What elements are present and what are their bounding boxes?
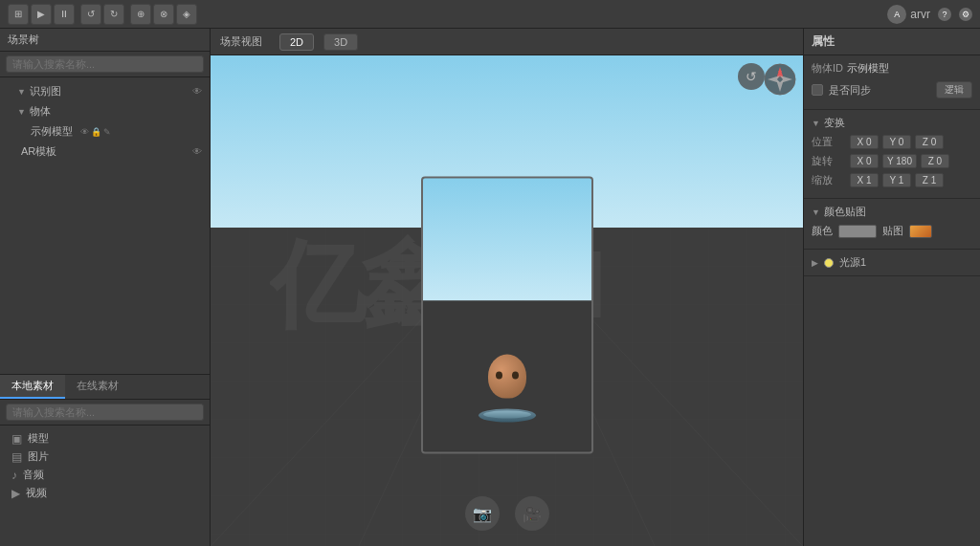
toolbar-left: ⊞ ▶ ⏸ ↺ ↻ ⊕ ⊗ ◈ — [8, 4, 197, 25]
color-swatch-gray[interactable] — [838, 225, 877, 238]
tree-arrow-recognition: ▼ — [17, 87, 26, 97]
char-base — [479, 409, 536, 423]
char-eye-left — [496, 372, 502, 380]
prop-section-id: 物体ID 示例模型 是否同步 逻辑 — [804, 55, 980, 110]
tree-label-sample-model: 示例模型 — [31, 124, 73, 139]
toolbar-btn-pause[interactable]: ⏸ — [54, 4, 75, 25]
assets-search-input[interactable] — [6, 404, 204, 421]
help-icon[interactable]: ? — [938, 8, 951, 21]
tree-edit-icons: 👁 🔒 ✎ — [80, 127, 111, 137]
position-row: 位置 X 0 Y 0 Z 0 — [812, 135, 972, 149]
viewport-title: 场景视图 — [220, 34, 262, 49]
screenshot-button[interactable]: 📷 — [465, 496, 500, 531]
eye-icon-ar[interactable]: 👁 — [192, 146, 202, 157]
position-label: 位置 — [812, 135, 846, 149]
object-id-label: 物体ID — [812, 61, 843, 76]
tree-arrow-object: ▼ — [17, 107, 26, 117]
tree-label-recognition: 识别图 — [30, 84, 61, 98]
char-eye-right — [512, 372, 519, 380]
scale-x-value[interactable]: X 1 — [850, 173, 879, 187]
texture-label: 贴图 — [882, 224, 903, 238]
asset-label-model: 模型 — [28, 431, 49, 446]
eye-icon-recognition[interactable]: 👁 — [192, 86, 202, 97]
character-model — [479, 355, 536, 423]
toolbar-icon-group-2: ↺ ↻ — [80, 4, 124, 25]
toolbar-btn-add[interactable]: ⊕ — [130, 4, 151, 25]
pos-x-value[interactable]: X 0 — [850, 135, 879, 149]
object-id-value: 示例模型 — [847, 61, 889, 76]
toolbar-btn-play[interactable]: ▶ — [31, 4, 52, 25]
tree-label-ar-template: AR模板 — [21, 144, 56, 159]
scale-y-value[interactable]: Y 1 — [882, 173, 911, 187]
camera-reset-button[interactable]: ↺ — [738, 63, 765, 90]
view-2d-button[interactable]: 2D — [279, 33, 314, 51]
scene-search-input[interactable] — [6, 55, 204, 73]
toolbar-btn-remove[interactable]: ⊗ — [153, 4, 174, 25]
tree-label-object: 物体 — [30, 104, 51, 119]
toolbar-btn-grid[interactable]: ⊞ — [8, 4, 29, 25]
model-icon: ▣ — [11, 432, 22, 446]
rotation-label: 旋转 — [812, 154, 846, 168]
username-label: arvr — [910, 8, 930, 21]
toolbar-btn-shape[interactable]: ◈ — [176, 4, 197, 25]
scale-z-value[interactable]: Z 1 — [915, 173, 944, 187]
user-avatar: A — [887, 5, 906, 24]
scale-row: 缩放 X 1 Y 1 Z 1 — [812, 173, 972, 187]
asset-item-audio[interactable]: ♪ 音频 — [8, 466, 202, 484]
viewport-header: 场景视图 2D 3D — [211, 29, 803, 55]
viewport: 场景视图 2D 3D — [211, 29, 803, 546]
light-arrow: ▶ — [812, 258, 818, 268]
transform-title: ▼ 变换 — [812, 116, 972, 130]
object-id-row: 物体ID 示例模型 — [812, 61, 972, 76]
rot-x-value[interactable]: X 0 — [850, 154, 879, 168]
color-label: 颜色 — [812, 224, 833, 238]
assets-list: ▣ 模型 ▤ 图片 ♪ 音频 ▶ 视频 — [0, 426, 210, 546]
rot-z-value[interactable]: Z 0 — [921, 154, 949, 168]
toolbar-right: A arvr ? ⚙ — [887, 5, 972, 24]
compass-svg: Y — [764, 63, 797, 97]
scale-label: 缩放 — [812, 173, 846, 187]
tree-item-ar-template[interactable]: AR模板 👁 — [0, 142, 210, 162]
phone-ground — [423, 301, 591, 451]
toolbar-btn-undo[interactable]: ↺ — [80, 4, 101, 25]
toolbar-icon-group-3: ⊕ ⊗ ◈ — [130, 4, 197, 25]
asset-item-model[interactable]: ▣ 模型 — [8, 429, 202, 448]
toolbar-icon-group: ⊞ ▶ ⏸ — [8, 4, 75, 25]
light-label: 光源1 — [839, 255, 866, 270]
rot-y-value[interactable]: Y 180 — [882, 154, 917, 168]
main-layout: 场景树 ▼ 识别图 👁 ▼ 物体 示例模型 👁 🔒 — [0, 29, 980, 546]
lock-icon-sample[interactable]: 🔒 — [91, 127, 101, 137]
sync-button[interactable]: 逻辑 — [936, 81, 972, 98]
toolbar-btn-redo[interactable]: ↻ — [103, 4, 124, 25]
scene-tree-search[interactable] — [0, 52, 210, 77]
edit-icon-sample[interactable]: ✎ — [103, 127, 111, 137]
asset-item-image[interactable]: ▤ 图片 — [8, 448, 202, 466]
tree-item-recognition[interactable]: ▼ 识别图 👁 — [0, 81, 210, 101]
light-row: ▶ 光源1 — [812, 255, 972, 270]
assets-search[interactable] — [0, 400, 210, 426]
compass: Y — [764, 63, 797, 97]
view-3d-button[interactable]: 3D — [323, 33, 358, 51]
video-icon: ▶ — [11, 487, 20, 500]
asset-label-video: 视频 — [26, 486, 47, 500]
asset-item-video[interactable]: ▶ 视频 — [8, 484, 202, 502]
tab-local-assets[interactable]: 本地素材 — [0, 375, 65, 399]
left-panel: 场景树 ▼ 识别图 👁 ▼ 物体 示例模型 👁 🔒 — [0, 29, 211, 546]
tree-item-object[interactable]: ▼ 物体 — [0, 101, 210, 121]
viewport-canvas[interactable]: 亿鑫HAI — [211, 55, 803, 546]
sync-checkbox[interactable] — [812, 84, 823, 96]
light-dot — [824, 258, 834, 268]
pos-y-value[interactable]: Y 0 — [882, 135, 911, 149]
settings-icon[interactable]: ⚙ — [959, 8, 972, 21]
audio-icon: ♪ — [11, 469, 17, 482]
transform-arrow: ▼ — [812, 119, 820, 128]
color-arrow: ▼ — [812, 207, 820, 217]
color-swatch-orange[interactable] — [909, 225, 932, 238]
prop-section-transform: ▼ 变换 位置 X 0 Y 0 Z 0 旋转 X 0 Y 180 Z 0 缩放 … — [804, 110, 980, 199]
video-record-button[interactable]: 🎥 — [515, 496, 549, 531]
phone-sky — [423, 178, 591, 301]
pos-z-value[interactable]: Z 0 — [915, 135, 944, 149]
tree-item-sample-model[interactable]: 示例模型 👁 🔒 ✎ — [0, 121, 210, 142]
tab-online-assets[interactable]: 在线素材 — [65, 375, 130, 399]
eye-icon-sample[interactable]: 👁 — [80, 127, 89, 137]
